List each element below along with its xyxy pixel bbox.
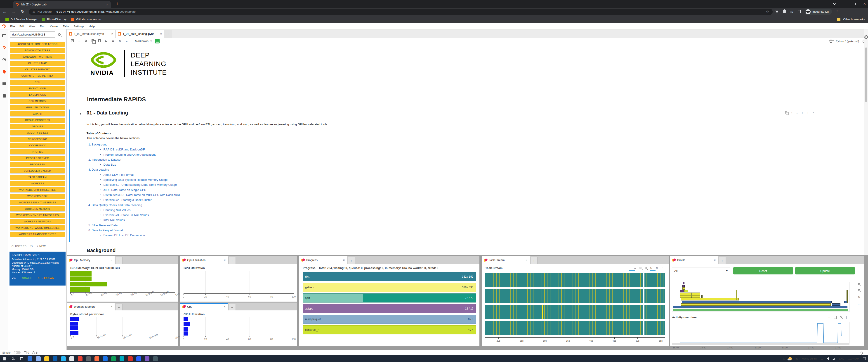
toc-subitem[interactable]: •Exercise #3 - Static Fill Null Values xyxy=(88,213,181,218)
toc-subitem[interactable]: •Dask-cuDF to cuDF Conversion xyxy=(88,233,181,238)
gpu-memory-chart[interactable]: 0.02.0 GiB4.0 GiB6.0 GiB8.0 GiB10.0 GiB1… xyxy=(70,271,175,292)
dashboard-button[interactable]: BANDWIDTH WORKERS xyxy=(10,54,65,59)
tray-chevron-icon[interactable]: ∧ xyxy=(783,357,785,360)
new-tab-button[interactable]: + xyxy=(116,0,119,8)
dashboard-button[interactable]: NPROCESSING xyxy=(10,137,65,142)
workers-memory-chart[interactable]: 0.010.0 GiB20.0 GiB30.0 GiB40.0 GiB xyxy=(70,317,175,335)
extension-manager-icon[interactable] xyxy=(2,94,6,98)
toc-subitem[interactable]: •Exercise #1 - Understanding DataFrame M… xyxy=(88,183,181,187)
dashboard-button[interactable]: OCCUPANCY xyxy=(10,143,65,148)
toc-link[interactable]: Specifying Data Types to Reduce Memory U… xyxy=(103,177,168,183)
tab-gpu-memory[interactable]: Gpu Memory× xyxy=(67,256,115,264)
dashboard-button[interactable]: MEMORY BY KEY xyxy=(10,130,65,135)
bookmark-item[interactable]: GitLab · course-con... xyxy=(69,17,105,22)
pan-tool-icon[interactable]: ↔ xyxy=(828,316,831,319)
toc-link[interactable]: Handling Null Values xyxy=(103,208,131,213)
taskbar-app-icon-15[interactable] xyxy=(145,356,149,361)
dashboard-button[interactable]: COMPUTE TIME PER KEY xyxy=(10,73,65,78)
taskbar-app-icon-11[interactable] xyxy=(111,356,116,361)
tab-cpu[interactable]: Cpu× xyxy=(180,303,228,310)
menu-item[interactable]: File xyxy=(8,25,17,28)
other-bookmarks-label[interactable]: Other bookmarks xyxy=(843,18,865,21)
tool-kebab-icon[interactable]: ⋮ xyxy=(661,266,664,270)
simple-mode-toggle[interactable] xyxy=(14,351,21,354)
copy-cell-button[interactable] xyxy=(89,39,96,43)
toc-link[interactable]: 2. Introduction to Dataset xyxy=(88,158,121,161)
panel-close-icon[interactable]: × xyxy=(224,258,225,262)
delete-cell-icon[interactable]: × xyxy=(812,111,814,114)
box-select-icon[interactable] xyxy=(834,316,837,319)
panel-close-icon[interactable]: × xyxy=(526,258,527,262)
panel-new-tab-button[interactable]: + xyxy=(228,304,236,310)
cell-type-select[interactable]: Markdown ▾ xyxy=(135,39,152,43)
cpu-chart[interactable]: 020406080100 xyxy=(184,317,293,336)
toc-link[interactable]: Exercise #1 - Understanding DataFrame Me… xyxy=(103,183,177,187)
toc-link[interactable]: RAPIDS, cuDF, and Dask-cuDF xyxy=(103,147,145,152)
taskbar-app-icon-13[interactable] xyxy=(128,356,133,361)
bookmark-item[interactable]: DLI Devbox Manager xyxy=(3,17,39,22)
kernel-sliders-icon[interactable] xyxy=(155,39,160,44)
toc-link[interactable]: 4. Data Quality Check and Data Cleaning xyxy=(88,203,142,207)
progress-row-split[interactable]: split72 / 72 xyxy=(303,294,476,303)
toc-link[interactable]: Exercise #3 - Static Fill Null Values xyxy=(103,213,149,218)
dashboard-button[interactable]: WORKERS NETWORK xyxy=(10,219,65,224)
toc-link[interactable]: About CSV File Format xyxy=(103,172,134,177)
tab-workers-memory[interactable]: Workers Memory× xyxy=(67,303,115,310)
dashboard-button[interactable]: EXCEPTIONS xyxy=(10,92,65,97)
menu-item[interactable]: Edit xyxy=(17,25,27,28)
shutdown-button[interactable]: SHUTDOWN xyxy=(37,277,54,279)
debugger-bug-icon[interactable] xyxy=(830,39,832,43)
start-button[interactable] xyxy=(0,355,8,362)
bookmark-item[interactable]: PhoneDirectory xyxy=(39,17,69,22)
dashboard-button[interactable]: PROGRESS xyxy=(10,162,65,167)
collapse-caret-icon[interactable]: ▾ xyxy=(80,112,81,115)
gpu-dashboards-flame-icon[interactable] xyxy=(2,69,6,74)
reset-tool-icon[interactable]: ↻ xyxy=(650,266,652,270)
reset-button[interactable]: Reset xyxy=(733,267,793,274)
address-bar[interactable]: ⚠ Not secure c-ds-04-v1-dev.development.… xyxy=(29,8,773,15)
progress-row-read-parquet[interactable]: read-parquet8 / 8 xyxy=(303,315,476,324)
toc-link[interactable]: cuDF DataFrame on Single GPU xyxy=(103,188,146,193)
dashboard-button[interactable]: GPU MEMORY xyxy=(10,99,65,104)
toc-item[interactable]: 5. Filter Relevant Data xyxy=(88,223,181,228)
dashboard-button[interactable]: WORKERS xyxy=(10,181,65,186)
panel-new-tab-button[interactable]: + xyxy=(530,257,537,264)
dashboard-button[interactable]: BANDWIDTH TYPES xyxy=(10,48,65,53)
action-center-icon[interactable] xyxy=(863,357,866,360)
menu-item[interactable]: Run xyxy=(37,25,48,28)
cluster-code-icon[interactable]: <> xyxy=(12,277,16,280)
activity-chart[interactable] xyxy=(672,322,849,344)
toc-item[interactable]: 1. Background xyxy=(88,142,181,147)
dashboard-button[interactable]: AGGREGATE TIME PER ACTION xyxy=(10,41,65,47)
box-zoom-icon[interactable] xyxy=(640,267,642,269)
refresh-tool-icon[interactable]: ↻ xyxy=(655,266,658,270)
back-icon[interactable]: ← xyxy=(0,9,9,14)
progress-row-astype[interactable]: astype12 / 12 xyxy=(303,304,476,313)
toc-item[interactable]: 2. Introduction to Dataset xyxy=(88,157,181,162)
reset-tool-icon[interactable]: ↻ xyxy=(858,295,860,299)
volume-icon[interactable] xyxy=(827,357,829,360)
dashboard-button[interactable]: CPU xyxy=(10,80,65,85)
taskbar-app-icon-3[interactable] xyxy=(44,356,49,361)
pan-tool-icon[interactable]: ↔ xyxy=(633,266,636,270)
insert-cell-below-icon[interactable]: + xyxy=(807,111,809,114)
side-panel-icon[interactable] xyxy=(796,10,803,13)
dashboard-button[interactable]: CLUSTER MAP xyxy=(10,61,65,65)
menu-item[interactable]: Help xyxy=(86,25,97,28)
save-button[interactable] xyxy=(69,39,76,43)
paste-cell-button[interactable] xyxy=(96,39,103,43)
menu-item[interactable]: View xyxy=(27,25,37,28)
gpu-utilization-chart[interactable]: 020406080100 xyxy=(184,271,293,294)
tab-introduction-notebook[interactable]: 1_00_introduction.ipynb × xyxy=(67,30,116,38)
panel-new-tab-button[interactable]: + xyxy=(348,257,355,264)
dashboard-button[interactable]: WORKERS MEMORY TIMESERIES xyxy=(10,213,65,218)
tab-close-icon[interactable]: × xyxy=(160,32,162,35)
dashboard-button[interactable]: GROUP PROGRESS xyxy=(10,118,65,122)
dashboard-button[interactable]: EVENT LOOP xyxy=(10,86,65,91)
insert-cell-button[interactable]: + xyxy=(76,39,83,43)
taskbar-app-icon-1[interactable] xyxy=(28,356,32,361)
task-stream-chart[interactable]: 20s25s30s35s40s45s50s55s xyxy=(485,273,665,335)
box-zoom-icon[interactable] xyxy=(858,283,860,285)
menu-item[interactable]: Kernel xyxy=(48,25,61,28)
menu-item[interactable]: Settings xyxy=(71,25,86,28)
